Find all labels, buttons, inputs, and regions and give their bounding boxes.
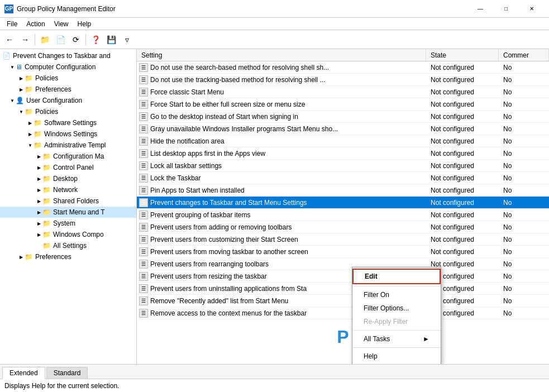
list-row[interactable]: ☰ Prevent users from rearranging toolbar… [137, 258, 549, 270]
export-button[interactable]: 💾 [104, 32, 118, 47]
row-state: Not configured [426, 99, 499, 109]
list-row[interactable]: ☰ Force classic Start Menu Not configure… [137, 86, 549, 98]
tree-label-all-settings: All Settings [53, 242, 87, 250]
list-header: Setting State Commer [137, 49, 549, 61]
forward-button[interactable]: → [18, 32, 32, 47]
list-row[interactable]: ☰ Prevent users from moving taskbar to a… [137, 246, 549, 258]
expand-arrow [36, 242, 42, 249]
list-row[interactable]: ☰ Lock all taskbar settings Not configur… [137, 160, 549, 172]
properties-button[interactable]: 📄 [53, 32, 68, 47]
list-row[interactable]: ☰ Prevent users from resizing the taskba… [137, 270, 549, 283]
tree-label-software-settings: Software Settings [44, 119, 97, 127]
list-row[interactable]: ☰ Gray unavailable Windows Installer pro… [137, 123, 549, 135]
tree-item-system[interactable]: ▶ 📁 System [0, 218, 136, 229]
tree-label-preferences-1: Preferences [35, 85, 71, 93]
row-comment: No [499, 63, 549, 73]
setting-icon: ☰ [139, 247, 148, 256]
col-header-state[interactable]: State [426, 49, 499, 61]
menu-action[interactable]: Action [22, 19, 49, 29]
list-row[interactable]: ☰ Prevent grouping of taskbar items Not … [137, 209, 549, 221]
row-setting: ☰ Go to the desktop instead of Start whe… [137, 111, 426, 122]
row-setting: ☰ Hide the notification area [137, 136, 426, 147]
expand-arrow: ▶ [18, 86, 25, 93]
list-row[interactable]: ☰ Do not use the search-based method for… [137, 61, 549, 74]
folder-icon: 📁 [42, 208, 51, 216]
list-row[interactable]: ☰ Go to the desktop instead of Start whe… [137, 111, 549, 123]
tree-label-computer-config: Computer Configuration [25, 63, 96, 71]
tree-item-computer-config[interactable]: ▼ 🖥 Computer Configuration [0, 61, 136, 73]
tree-item-desktop[interactable]: ▶ 📁 Desktop [0, 173, 136, 184]
row-comment: No [499, 124, 549, 134]
ctx-menu-reapply-filter: Re-Apply Filter [352, 315, 441, 328]
col-header-setting[interactable]: Setting [137, 49, 426, 61]
row-setting-text: Prevent changes to Taskbar and Start Men… [150, 199, 307, 207]
maximize-button[interactable]: □ [493, 0, 519, 18]
ctx-menu-help[interactable]: Help [352, 350, 441, 363]
tree-label-start-menu: Start Menu and T [53, 208, 105, 216]
filter-button[interactable]: ▿ [120, 32, 134, 47]
folder-icon: 📁 [25, 85, 33, 93]
list-row[interactable]: ☰ Remove "Recently added" list from Star… [137, 295, 549, 307]
refresh-button[interactable]: ⟳ [69, 32, 83, 47]
tree-root[interactable]: 📄 Prevent Changes to Taskbar and [0, 50, 136, 61]
row-state: Not configured [426, 63, 499, 73]
row-setting-text: Prevent users from rearranging toolbars [150, 260, 269, 268]
list-row[interactable]: ☰ Lock the Taskbar Not configured No [137, 172, 549, 184]
expand-arrow: ▶ [36, 220, 42, 227]
tree-item-policies-2[interactable]: ▼ 📁 Policies [0, 106, 136, 117]
tree-item-policies-1[interactable]: ▶ 📁 Policies [0, 73, 136, 84]
tree-item-preferences-2[interactable]: ▶ 📁 Preferences [0, 251, 136, 262]
tree-item-admin-templates[interactable]: ▼ 📁 Administrative Templ [0, 140, 136, 151]
menu-file[interactable]: File [2, 19, 22, 29]
tree-item-windows-compo[interactable]: ▶ 📁 Windows Compo [0, 229, 136, 240]
tree-item-user-config[interactable]: ▼ 👤 User Configuration [0, 95, 136, 106]
row-setting: ☰ Do not use the search-based method for… [137, 62, 426, 73]
list-row[interactable]: ☰ Prevent users from adding or removing … [137, 221, 549, 233]
menu-help[interactable]: Help [73, 19, 96, 29]
list-row[interactable]: ☰ Do not use the tracking-based method f… [137, 74, 549, 86]
tree-item-start-menu[interactable]: ▶ 📁 Start Menu and T [0, 207, 136, 218]
list-row[interactable]: ☰ Prevent changes to Taskbar and Start M… [137, 197, 549, 209]
row-setting-text: Do not use the search-based method for r… [150, 64, 329, 71]
ctx-submenu-arrow: ► [423, 335, 429, 343]
tab-standard[interactable]: Standard [46, 367, 88, 379]
list-row[interactable]: ☰ Hide the notification area Not configu… [137, 135, 549, 147]
list-body[interactable]: ☰ Do not use the search-based method for… [137, 61, 549, 364]
list-row[interactable]: ☰ Remove access to the context menus for… [137, 307, 549, 319]
tree-panel[interactable]: 📄 Prevent Changes to Taskbar and ▼ 🖥 Com… [0, 49, 137, 364]
up-button[interactable]: 📁 [37, 32, 52, 47]
tree-item-config-ma[interactable]: ▶ 📁 Configuration Ma [0, 151, 136, 162]
close-button[interactable]: ✕ [519, 0, 545, 18]
ctx-menu-all-tasks[interactable]: All Tasks ► [352, 332, 441, 346]
row-setting: ☰ Pin Apps to Start when installed [137, 185, 426, 196]
ctx-menu-filter-options[interactable]: Filter Options... [352, 302, 441, 315]
help-button[interactable]: ❓ [88, 32, 103, 47]
ctx-menu-edit[interactable]: Edit [352, 269, 441, 284]
col-header-comment[interactable]: Commer [499, 49, 549, 61]
ctx-menu-filter-on[interactable]: Filter On [352, 288, 441, 302]
tree-item-network[interactable]: ▶ 📁 Network [0, 184, 136, 195]
row-state: Not configured [426, 210, 499, 220]
folder-icon: 📁 [25, 108, 33, 116]
tree-item-control-panel[interactable]: ▶ 📁 Control Panel [0, 162, 136, 173]
minimize-button[interactable]: — [467, 0, 493, 18]
list-row[interactable]: ☰ Prevent users from uninstalling applic… [137, 283, 549, 295]
tree-item-preferences-1[interactable]: ▶ 📁 Preferences [0, 84, 136, 95]
tree-item-shared-folders[interactable]: ▶ 📁 Shared Folders [0, 195, 136, 207]
row-setting: ☰ Prevent users from adding or removing … [137, 222, 426, 233]
tree-item-software-settings[interactable]: ▶ 📁 Software Settings [0, 117, 136, 128]
list-row[interactable]: ☰ Force Start to be either full screen s… [137, 98, 549, 111]
expand-arrow: ▶ [18, 75, 25, 82]
tree-item-windows-settings[interactable]: ▶ 📁 Windows Settings [0, 128, 136, 140]
tab-extended[interactable]: Extended [2, 367, 45, 379]
setting-icon: ☰ [139, 260, 148, 269]
back-button[interactable]: ← [2, 32, 17, 47]
menu-view[interactable]: View [50, 19, 73, 29]
tree-label-policies-1: Policies [35, 74, 58, 82]
tree-item-all-settings[interactable]: 📁 All Settings [0, 240, 136, 251]
list-row[interactable]: ☰ List desktop apps first in the Apps vi… [137, 147, 549, 160]
list-row[interactable]: ☰ Pin Apps to Start when installed Not c… [137, 184, 549, 197]
list-row[interactable]: ☰ Prevent users from customizing their S… [137, 233, 549, 246]
list-panel: Setting State Commer ☰ Do not use the se… [137, 49, 549, 364]
expand-arrow: ▶ [36, 231, 42, 238]
